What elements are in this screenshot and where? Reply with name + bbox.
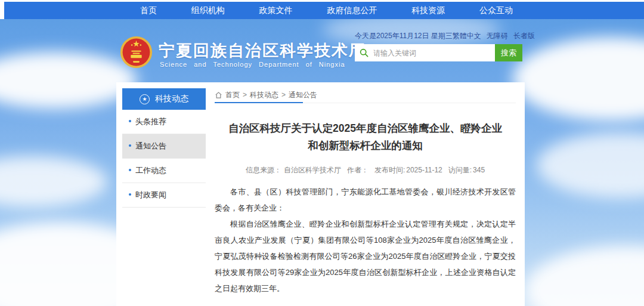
breadcrumb: 首页 > 科技动态 > 通知公告 [215,87,516,103]
nav-item-organization[interactable]: 组织机构 [191,5,225,16]
article-meta: 信息来源：自治区科学技术厅作者：发布时间:2025-11-12访问量:345 [215,165,516,175]
sidebar-title: 科技动态 [155,94,188,104]
bullet-dot-icon [129,120,131,122]
sidebar-item-label: 工作动态 [135,166,166,175]
meta-views-value: 345 [473,166,485,174]
bullet-dot-icon [129,144,131,147]
sidebar: ★ 科技动态 头条推荐 通知公告 工作动态 时政要闻 [122,88,206,208]
search-bar: 搜索 [355,44,522,61]
meta-author-label: 作者： [347,166,369,174]
sidebar-item-notices[interactable]: 通知公告 [122,134,206,159]
header-dateline: 今天是2025年11月12日 星期三 繁體中文 无障碍 长者版 [355,31,522,41]
sidebar-item-current-politics[interactable]: 时政要闻 [122,183,206,208]
breadcrumb-separator: > [243,91,247,99]
bullet-dot-icon [129,193,131,196]
meta-views-label: 访问量: [448,166,472,174]
cloud-decoration [513,37,644,120]
meta-publish-label: 发布时间: [374,166,405,174]
link-traditional-chinese[interactable]: 繁體中文 [453,31,481,41]
link-accessibility[interactable]: 无障碍 [487,31,508,41]
meta-source-label: 信息来源： [246,166,281,174]
article-title-line2: 和创新型标杆企业的通知 [215,137,516,154]
main-content-panel: ★ 科技动态 头条推荐 通知公告 工作动态 时政要闻 [116,82,525,306]
cloud-decoration [537,132,644,198]
meta-source-value: 自治区科学技术厅 [284,166,341,174]
site-subtitle-english: Science and Technology Department of Nin… [160,61,345,68]
cloud-decoration [525,246,644,306]
article-paragraph: 根据自治区雏鹰企业、瞪羚企业和创新型标杆企业认定管理有关规定，决定认定半亩良人农… [215,216,516,296]
search-input[interactable] [355,44,495,61]
sidebar-header: ★ 科技动态 [122,88,206,110]
sidebar-item-label: 时政要闻 [135,190,166,199]
search-icon [360,48,369,57]
article-body: 各市、县（区）科技管理部门，宁东能源化工基地管委会，银川经济技术开发区管委会，各… [215,184,516,296]
breadcrumb-home[interactable]: 首页 [225,90,240,100]
circle-star-icon: ★ [140,94,150,104]
link-elder-version[interactable]: 长者版 [513,31,535,41]
cloud-decoration [0,156,107,207]
nav-item-home[interactable]: 首页 [140,5,157,16]
sidebar-item-work-trends[interactable]: 工作动态 [122,159,206,183]
breadcrumb-divider [215,103,516,103]
meta-publish-date: 2025-11-12 [406,166,442,174]
national-emblem-logo [120,36,153,69]
breadcrumb-divider-accent [215,102,303,103]
breadcrumb-notices[interactable]: 通知公告 [289,90,317,100]
nav-item-gov-info-disclosure[interactable]: 政府信息公开 [327,5,377,16]
breadcrumb-separator: > [281,91,286,99]
article-title: 自治区科技厅关于认定2025年度自治区雏鹰企业、瞪羚企业 和创新型标杆企业的通知 [215,120,516,154]
nav-item-public-interaction[interactable]: 公众互动 [479,5,513,16]
top-navigation-bar: 首页 组织机构 政策文件 政府信息公开 科技资源 公众互动 [4,2,644,19]
sidebar-item-label: 头条推荐 [135,117,166,126]
sidebar-item-label: 通知公告 [135,141,166,150]
site-title: 宁夏回族自治区科学技术厅 [159,40,366,61]
article-paragraph: 各市、县（区）科技管理部门，宁东能源化工基地管委会，银川经济技术开发区管委会，各… [215,184,516,216]
article-area: 首页 > 科技动态 > 通知公告 自治区科技厅关于认定2025年度自治区雏鹰企业… [215,87,516,306]
bullet-dot-icon [129,169,131,171]
nav-item-policy-documents[interactable]: 政策文件 [259,5,293,16]
nav-item-sci-tech-resources[interactable]: 科技资源 [411,5,445,16]
breadcrumb-sci-tech-trends[interactable]: 科技动态 [250,90,278,100]
current-date-text: 今天是2025年11月12日 星期三 [355,31,453,41]
article-title-line1: 自治区科技厅关于认定2025年度自治区雏鹰企业、瞪羚企业 [215,120,516,137]
search-button[interactable]: 搜索 [495,44,522,61]
page: 首页 组织机构 政策文件 政府信息公开 科技资源 公众互动 宁夏回族自治区科学技… [0,0,644,306]
home-icon [215,91,222,99]
sidebar-item-headline-recommend[interactable]: 头条推荐 [122,110,206,134]
